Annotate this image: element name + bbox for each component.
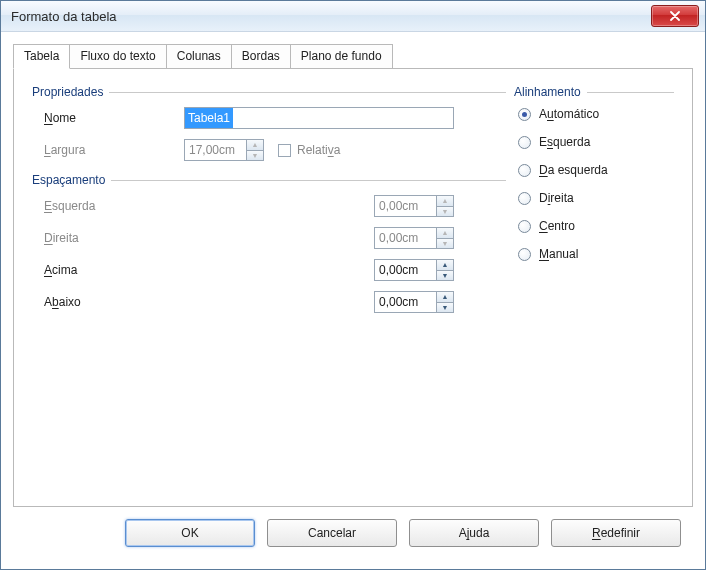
group-separator xyxy=(111,180,506,181)
spin-up[interactable]: ▲ xyxy=(436,259,454,270)
dialog-window: Formato da tabela TabelaFluxo do textoCo… xyxy=(0,0,706,570)
spacing-input xyxy=(374,195,436,217)
label-nome: Nome xyxy=(44,111,184,125)
button-row: OK Cancelar Ajuda Redefinir xyxy=(13,507,693,559)
spacing-label: Acima xyxy=(44,263,374,277)
radio-alignment[interactable]: Automático xyxy=(518,107,674,121)
spin-up[interactable]: ▲ xyxy=(436,291,454,302)
radio-label: Da esquerda xyxy=(539,163,608,177)
largura-spinner: ▲ ▼ xyxy=(184,139,264,161)
row-nome: Nome Tabela1 xyxy=(44,107,506,129)
title-bar: Formato da tabela xyxy=(1,1,705,32)
spin-down: ▼ xyxy=(436,206,454,218)
radio-label: Direita xyxy=(539,191,574,205)
checkbox-box xyxy=(278,144,291,157)
spacing-input xyxy=(374,227,436,249)
alignment-options: AutomáticoEsquerdaDa esquerdaDireitaCent… xyxy=(514,107,674,261)
group-label: Espaçamento xyxy=(32,173,105,187)
spacing-label: Esquerda xyxy=(44,199,374,213)
group-espacamento: Espaçamento xyxy=(32,173,506,187)
spacing-spinner[interactable]: ▲▼ xyxy=(374,291,454,313)
radio-dot xyxy=(518,248,531,261)
radio-dot xyxy=(518,192,531,205)
group-alinhamento: Alinhamento xyxy=(514,85,674,99)
radio-alignment[interactable]: Da esquerda xyxy=(518,163,674,177)
close-icon xyxy=(670,11,680,21)
radio-alignment[interactable]: Direita xyxy=(518,191,674,205)
reset-button[interactable]: Redefinir xyxy=(551,519,681,547)
tab-bordas[interactable]: Bordas xyxy=(231,44,291,69)
left-column: Propriedades Nome Tabela1 Largura xyxy=(32,85,506,496)
spin-up: ▲ xyxy=(436,195,454,206)
spacing-row: Direita▲▼ xyxy=(44,227,506,249)
close-button[interactable] xyxy=(651,5,699,27)
spacing-row: Acima▲▼ xyxy=(44,259,506,281)
radio-label: Centro xyxy=(539,219,575,233)
spacing-row: Esquerda▲▼ xyxy=(44,195,506,217)
largura-input xyxy=(184,139,246,161)
tab-plano-de-fundo[interactable]: Plano de fundo xyxy=(290,44,393,69)
group-propriedades: Propriedades xyxy=(32,85,506,99)
radio-label: Manual xyxy=(539,247,578,261)
row-largura: Largura ▲ ▼ Relativa xyxy=(44,139,506,161)
tab-colunas[interactable]: Colunas xyxy=(166,44,232,69)
spin-up: ▲ xyxy=(436,227,454,238)
help-button[interactable]: Ajuda xyxy=(409,519,539,547)
nome-input-wrap: Tabela1 xyxy=(184,107,454,129)
radio-label: Automático xyxy=(539,107,599,121)
spacing-spinner: ▲▼ xyxy=(374,227,454,249)
spin-buttons: ▲ ▼ xyxy=(246,139,264,161)
spacing-row: Abaixo▲▼ xyxy=(44,291,506,313)
group-label: Propriedades xyxy=(32,85,103,99)
radio-dot xyxy=(518,136,531,149)
radio-dot xyxy=(518,108,531,121)
spin-down: ▼ xyxy=(436,238,454,250)
tab-page: Propriedades Nome Tabela1 Largura xyxy=(13,68,693,507)
spin-down[interactable]: ▼ xyxy=(436,270,454,282)
radio-alignment[interactable]: Manual xyxy=(518,247,674,261)
relativa-checkbox: Relativa xyxy=(278,143,340,157)
spin-down: ▼ xyxy=(246,150,264,162)
spacing-input[interactable] xyxy=(374,259,436,281)
spacing-label: Direita xyxy=(44,231,374,245)
spacing-rows: Esquerda▲▼Direita▲▼Acima▲▼Abaixo▲▼ xyxy=(32,195,506,313)
spacing-spinner[interactable]: ▲▼ xyxy=(374,259,454,281)
radio-dot xyxy=(518,220,531,233)
right-column: Alinhamento AutomáticoEsquerdaDa esquerd… xyxy=(514,85,674,496)
group-separator xyxy=(109,92,506,93)
spin-down[interactable]: ▼ xyxy=(436,302,454,314)
label-largura: Largura xyxy=(44,143,184,157)
tab-strip: TabelaFluxo do textoColunasBordasPlano d… xyxy=(13,44,693,69)
group-label: Alinhamento xyxy=(514,85,581,99)
radio-alignment[interactable]: Esquerda xyxy=(518,135,674,149)
spacing-label: Abaixo xyxy=(44,295,374,309)
window-title: Formato da tabela xyxy=(11,9,651,24)
ok-button[interactable]: OK xyxy=(125,519,255,547)
tab-tabela[interactable]: Tabela xyxy=(13,44,70,69)
radio-alignment[interactable]: Centro xyxy=(518,219,674,233)
group-separator xyxy=(587,92,674,93)
radio-label: Esquerda xyxy=(539,135,590,149)
relativa-label: Relativa xyxy=(297,143,340,157)
spacing-spinner: ▲▼ xyxy=(374,195,454,217)
spacing-input[interactable] xyxy=(374,291,436,313)
spin-up: ▲ xyxy=(246,139,264,150)
radio-dot xyxy=(518,164,531,177)
nome-input[interactable] xyxy=(184,107,454,129)
cancel-button[interactable]: Cancelar xyxy=(267,519,397,547)
tab-fluxo-do-texto[interactable]: Fluxo do texto xyxy=(69,44,166,69)
client-area: TabelaFluxo do textoColunasBordasPlano d… xyxy=(1,32,705,569)
